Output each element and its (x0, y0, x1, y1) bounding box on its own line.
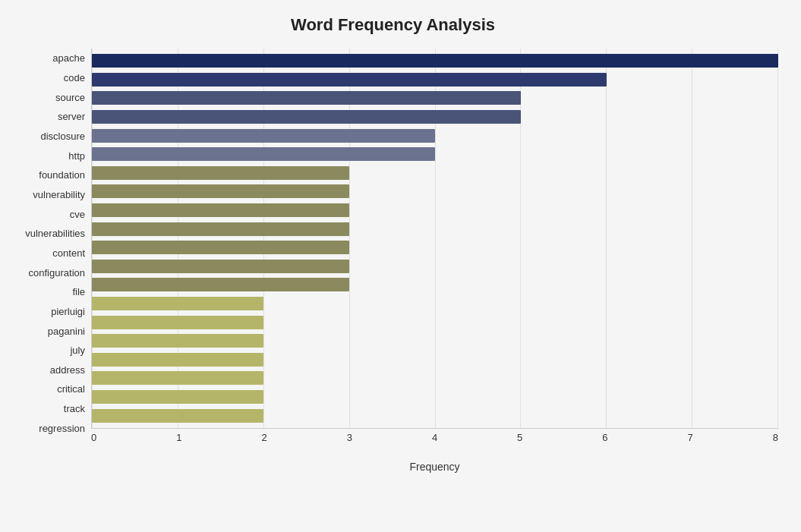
bar (92, 278, 349, 291)
bar (92, 260, 349, 273)
bar-row (92, 276, 778, 293)
bar (92, 184, 349, 198)
bar (92, 166, 349, 180)
bar (92, 390, 263, 404)
x-tick: 6 (602, 432, 607, 443)
bars-and-xaxis: 012345678 Frequency (91, 49, 778, 459)
chart-title: Word Frequency Analysis (8, 15, 778, 35)
bar (92, 334, 263, 348)
bar-row (92, 295, 778, 312)
y-label: paganini (48, 321, 85, 341)
bar (92, 203, 349, 217)
y-label: cve (70, 204, 85, 224)
x-tick: 2 (261, 432, 266, 443)
y-label: address (50, 360, 85, 380)
y-label: vulnerability (33, 185, 85, 205)
bars-grid (91, 49, 778, 429)
bar (92, 297, 263, 310)
bar-row (92, 146, 778, 162)
chart-area: apachecodesourceserverdisclosurehttpfoun… (8, 49, 778, 459)
y-label: server (58, 107, 85, 127)
bar (92, 222, 349, 236)
y-label: source (55, 87, 85, 107)
x-axis-label: Frequency (409, 461, 459, 473)
bar-row (92, 183, 778, 200)
y-label: july (70, 341, 85, 360)
y-axis: apachecodesourceserverdisclosurehttpfoun… (8, 49, 91, 459)
bar (92, 371, 263, 385)
y-label: file (72, 282, 85, 302)
y-label: disclosure (40, 127, 85, 146)
bar-row (92, 90, 778, 106)
bar-row (92, 258, 778, 275)
bar-row (92, 109, 778, 125)
y-label: configuration (29, 263, 85, 282)
bar-row (92, 239, 778, 256)
y-label: apache (52, 49, 85, 68)
y-label: pierluigi (51, 302, 85, 322)
bar (92, 409, 263, 423)
bar-row (92, 127, 778, 144)
y-label: critical (57, 379, 85, 399)
bar (92, 54, 778, 68)
bars-wrapper (92, 49, 778, 428)
bar-row (92, 332, 778, 349)
y-label: regression (39, 418, 85, 438)
bar-row (92, 52, 778, 69)
y-label: content (52, 244, 85, 263)
bar-row (92, 221, 778, 238)
x-tick: 5 (517, 432, 522, 443)
x-tick: 7 (688, 432, 693, 443)
bar-row (92, 165, 778, 181)
bar-row (92, 202, 778, 219)
x-axis: 012345678 Frequency (91, 429, 778, 459)
x-tick: 3 (347, 432, 352, 443)
bar-row (92, 370, 778, 386)
bar-row (92, 351, 778, 368)
bar (92, 110, 521, 124)
bar (92, 353, 263, 367)
bar-row (92, 408, 778, 424)
bar (92, 316, 263, 329)
x-tick: 0 (91, 432, 96, 443)
bar (92, 241, 349, 254)
bar (92, 91, 521, 105)
x-tick: 1 (176, 432, 181, 443)
bar (92, 147, 435, 161)
bar-row (92, 71, 778, 88)
bar-row (92, 314, 778, 331)
bar-row (92, 389, 778, 405)
y-label: http (68, 146, 85, 165)
x-tick: 4 (432, 432, 437, 443)
bar (92, 129, 435, 143)
y-label: code (64, 68, 85, 88)
y-label: track (64, 399, 85, 419)
y-label: foundation (39, 165, 85, 185)
bar (92, 73, 607, 87)
x-ticks: 012345678 (91, 432, 778, 443)
x-tick: 8 (773, 432, 778, 443)
y-label: vulnerabilities (25, 224, 85, 244)
chart-container: Word Frequency Analysis apachecodesource… (0, 0, 801, 532)
